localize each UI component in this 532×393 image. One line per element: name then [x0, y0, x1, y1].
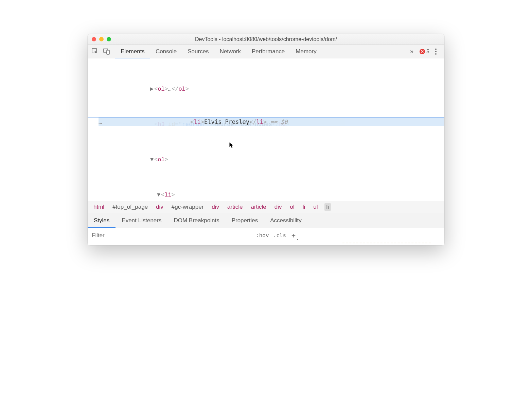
new-style-rule-button[interactable]: ＋	[290, 231, 297, 240]
tab-styles[interactable]: Styles	[88, 213, 116, 228]
tab-event-listeners[interactable]: Event Listeners	[116, 213, 167, 228]
breadcrumb-item[interactable]: ul	[312, 203, 319, 211]
breadcrumb-item[interactable]: article	[249, 203, 268, 211]
breadcrumb-item[interactable]: article	[226, 203, 244, 211]
styles-tabs: Styles Event Listeners DOM Breakpoints P…	[88, 213, 444, 228]
tab-sources[interactable]: Sources	[182, 45, 214, 58]
drag-ghost-row: … <li>Elvis Presley</li> == $0	[99, 117, 444, 126]
error-count: 5	[426, 49, 429, 55]
dom-row[interactable]: ▶<ol>…</ol>	[88, 85, 444, 94]
devtools-window: DevTools - localhost:8080/web/tools/chro…	[88, 34, 444, 245]
breadcrumb-item[interactable]: div	[154, 203, 165, 211]
panel-tabs: Elements Console Sources Network Perform…	[115, 45, 322, 58]
breadcrumb-item[interactable]: div	[210, 203, 221, 211]
toolbar-right: » ✕ 5	[407, 45, 444, 58]
devtools-menu-icon[interactable]	[433, 48, 439, 55]
box-model-edge	[342, 243, 431, 243]
toolbar-left-icons	[92, 45, 115, 58]
main-toolbar: Elements Console Sources Network Perform…	[88, 45, 444, 58]
breadcrumb-item[interactable]: html	[92, 203, 106, 211]
styles-filter-bar: :hov .cls ＋	[88, 228, 444, 243]
error-counter[interactable]: ✕ 5	[420, 49, 429, 55]
device-toggle-icon[interactable]	[103, 48, 110, 55]
breadcrumb-item[interactable]: ol	[288, 203, 296, 211]
window-title: DevTools - localhost:8080/web/tools/chro…	[88, 36, 444, 42]
inspect-icon[interactable]	[92, 48, 99, 55]
tab-properties[interactable]: Properties	[226, 213, 264, 228]
svg-rect-0	[92, 49, 96, 53]
breadcrumb-item[interactable]: #top_of_page	[111, 203, 149, 211]
zoom-window-button[interactable]	[107, 37, 111, 41]
breadcrumb-item[interactable]: #gc-wrapper	[170, 203, 206, 211]
overflow-tabs-icon[interactable]: »	[407, 48, 416, 55]
minimize-window-button[interactable]	[99, 37, 104, 41]
mouse-cursor-icon	[229, 124, 234, 132]
breadcrumb-item-active[interactable]: li	[324, 203, 331, 211]
breadcrumb-item[interactable]: div	[273, 203, 284, 211]
toggle-hov[interactable]: :hov	[256, 232, 269, 239]
close-window-button[interactable]	[92, 37, 96, 41]
dom-tree-panel[interactable]: ▶<ol>…</ol> <h3 id="reorder">Reorder DOM…	[88, 58, 444, 201]
window-controls	[92, 37, 111, 41]
row-actions-dots: …	[99, 117, 107, 126]
tab-accessibility[interactable]: Accessibility	[264, 213, 308, 228]
breadcrumb-item[interactable]: li	[301, 203, 307, 211]
tab-network[interactable]: Network	[214, 45, 246, 58]
toggle-cls[interactable]: .cls	[273, 232, 286, 239]
titlebar: DevTools - localhost:8080/web/tools/chro…	[88, 34, 444, 45]
tab-performance[interactable]: Performance	[246, 45, 290, 58]
tab-console[interactable]: Console	[150, 45, 182, 58]
tab-dom-breakpoints[interactable]: DOM Breakpoints	[167, 213, 225, 228]
tab-elements[interactable]: Elements	[115, 45, 150, 58]
tab-memory[interactable]: Memory	[290, 45, 322, 58]
breadcrumb[interactable]: html #top_of_page div #gc-wrapper div ar…	[88, 201, 444, 213]
filter-toggles: :hov .cls ＋	[251, 228, 302, 243]
error-icon: ✕	[420, 49, 425, 54]
dom-row[interactable]: ▼<li>	[88, 191, 444, 200]
styles-filter-input[interactable]	[88, 228, 251, 243]
dom-row[interactable]: ▼<ol>	[88, 155, 444, 164]
svg-rect-2	[107, 50, 109, 54]
